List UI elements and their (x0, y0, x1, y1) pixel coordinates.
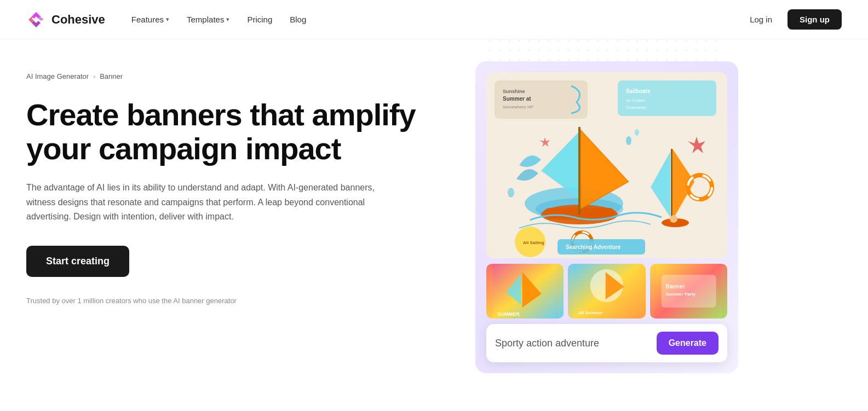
thumbnail-strip: SUMMER (486, 264, 727, 319)
svg-text:Summer at: Summer at (503, 96, 531, 102)
trusted-text: Trusted by over 1 million creators who u… (26, 297, 453, 305)
svg-text:All Sailing: All Sailing (523, 240, 544, 245)
nav-pricing[interactable]: Pricing (247, 15, 272, 24)
svg-text:Sailboats: Sailboats (626, 88, 651, 94)
thumbnail-1[interactable]: SUMMER (486, 264, 564, 319)
svg-text:All Summer: All Summer (578, 310, 602, 315)
signup-button[interactable]: Sign up (787, 9, 842, 30)
start-creating-button[interactable]: Start creating (26, 246, 129, 277)
hero-right: Sunshine Summer at Somewhere HP Sailboat… (475, 39, 738, 373)
breadcrumb-separator: › (93, 73, 95, 80)
svg-point-15 (670, 215, 677, 223)
login-button[interactable]: Log in (743, 10, 779, 28)
nav-actions: Log in Sign up (743, 9, 842, 30)
svg-point-33 (635, 129, 639, 136)
thumbnail-3[interactable]: Banner Summer Party (650, 264, 727, 319)
nav-templates[interactable]: Templates ▾ (187, 15, 229, 24)
breadcrumb-parent[interactable]: AI Image Generator (26, 72, 89, 80)
svg-text:Channeler: Channeler (626, 105, 646, 110)
svg-rect-13 (671, 149, 672, 220)
breadcrumb-current: Banner (100, 72, 123, 80)
nav-blog[interactable]: Blog (290, 15, 306, 24)
svg-text:on Corbin: on Corbin (626, 98, 645, 103)
svg-text:Banner: Banner (665, 283, 685, 290)
svg-text:SUMMER: SUMMER (498, 311, 520, 317)
svg-text:Summer Party: Summer Party (665, 292, 695, 297)
chevron-down-icon: ▾ (166, 16, 169, 23)
hero-description: The advantage of AI lies in its ability … (26, 181, 377, 224)
logo-link[interactable]: Cohesive (26, 10, 105, 30)
nav-features[interactable]: Features ▾ (131, 15, 169, 24)
navbar: Cohesive Features ▾ Templates ▾ Pricing … (0, 0, 868, 39)
main-content: AI Image Generator › Banner Create banne… (0, 39, 868, 411)
svg-rect-7 (578, 127, 580, 215)
brand-name: Cohesive (51, 13, 105, 27)
svg-text:Searching Adventure: Searching Adventure (566, 244, 621, 250)
hero-left: AI Image Generator › Banner Create banne… (26, 39, 475, 305)
generate-button[interactable]: Generate (657, 332, 718, 355)
breadcrumb: AI Image Generator › Banner (26, 72, 453, 80)
svg-point-34 (508, 188, 514, 198)
chevron-down-icon: ▾ (226, 16, 229, 23)
svg-text:Sunshine: Sunshine (503, 89, 525, 94)
svg-rect-45 (661, 275, 716, 308)
thumbnail-2[interactable]: All Summer (568, 264, 645, 319)
logo-icon (26, 10, 46, 30)
prompt-text: Sporty action adventure (495, 338, 657, 349)
svg-point-32 (626, 136, 631, 145)
hero-image-container: Sunshine Summer at Somewhere HP Sailboat… (475, 61, 738, 373)
prompt-bar: Sporty action adventure Generate (486, 324, 727, 362)
main-illustration: Sunshine Summer at Somewhere HP Sailboat… (486, 72, 727, 258)
sailboat-illustration: Sunshine Summer at Somewhere HP Sailboat… (486, 72, 727, 258)
hero-headline: Create banners that amplify your campaig… (26, 98, 432, 165)
nav-links: Features ▾ Templates ▾ Pricing Blog (131, 15, 743, 24)
svg-text:Somewhere HP: Somewhere HP (503, 105, 533, 109)
